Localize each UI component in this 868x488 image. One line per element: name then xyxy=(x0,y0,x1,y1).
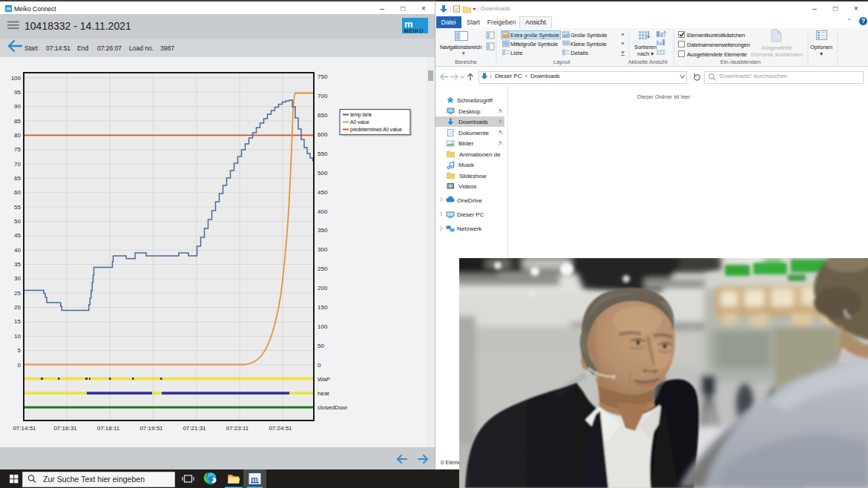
svg-text:550: 550 xyxy=(318,151,328,157)
svg-text:25: 25 xyxy=(14,290,21,297)
svg-text:450: 450 xyxy=(318,189,328,196)
svg-text:80: 80 xyxy=(14,132,21,139)
svg-text:40: 40 xyxy=(14,247,21,254)
svg-text:30: 30 xyxy=(14,275,21,282)
svg-text:5: 5 xyxy=(18,347,22,354)
svg-text:0: 0 xyxy=(318,362,321,369)
svg-text:100: 100 xyxy=(318,323,328,330)
svg-text:500: 500 xyxy=(318,170,328,177)
svg-text:10: 10 xyxy=(14,333,21,340)
svg-text:75: 75 xyxy=(14,146,21,153)
svg-text:07:19:51: 07:19:51 xyxy=(139,425,163,432)
svg-text:400: 400 xyxy=(318,208,328,215)
svg-text:A0 value: A0 value xyxy=(350,119,369,125)
svg-text:MEIKO: MEIKO xyxy=(404,27,424,34)
svg-text:100: 100 xyxy=(11,75,22,82)
svg-text:m: m xyxy=(251,475,258,484)
svg-text:07:23:11: 07:23:11 xyxy=(226,425,249,432)
svg-text:50: 50 xyxy=(318,343,324,349)
svg-text:heat: heat xyxy=(318,390,329,397)
svg-text:60: 60 xyxy=(14,189,21,196)
svg-text:85: 85 xyxy=(14,118,21,125)
svg-text:650: 650 xyxy=(318,112,328,119)
svg-text:07:18:11: 07:18:11 xyxy=(97,425,120,432)
svg-text:55: 55 xyxy=(14,204,21,211)
svg-text:700: 700 xyxy=(318,93,328,99)
svg-text:200: 200 xyxy=(318,285,328,291)
svg-text:20: 20 xyxy=(14,304,21,311)
svg-text:50: 50 xyxy=(14,218,21,225)
svg-text:15: 15 xyxy=(14,318,21,325)
svg-text:65: 65 xyxy=(14,175,21,182)
svg-text:350: 350 xyxy=(318,227,328,234)
svg-text:95: 95 xyxy=(14,89,21,96)
svg-text:750: 750 xyxy=(318,73,328,80)
svg-text:07:16:31: 07:16:31 xyxy=(53,425,77,432)
svg-text:0: 0 xyxy=(18,362,22,369)
svg-text:WaP: WaP xyxy=(318,376,330,383)
svg-text:07:21:31: 07:21:31 xyxy=(183,425,206,432)
svg-text:closedDoor: closedDoor xyxy=(318,404,348,411)
svg-text:250: 250 xyxy=(318,266,328,272)
svg-text:07:24:51: 07:24:51 xyxy=(269,425,292,432)
svg-text:90: 90 xyxy=(14,103,21,110)
svg-text:300: 300 xyxy=(318,246,328,253)
svg-text:600: 600 xyxy=(318,131,328,138)
svg-text:150: 150 xyxy=(318,304,328,311)
svg-text:07:14:51: 07:14:51 xyxy=(13,425,36,432)
svg-text:35: 35 xyxy=(14,261,21,268)
svg-text:70: 70 xyxy=(14,161,21,168)
svg-text:temp tank: temp tank xyxy=(350,112,372,118)
svg-text:predetermined A0 value: predetermined A0 value xyxy=(350,127,402,133)
svg-text:45: 45 xyxy=(14,232,21,239)
